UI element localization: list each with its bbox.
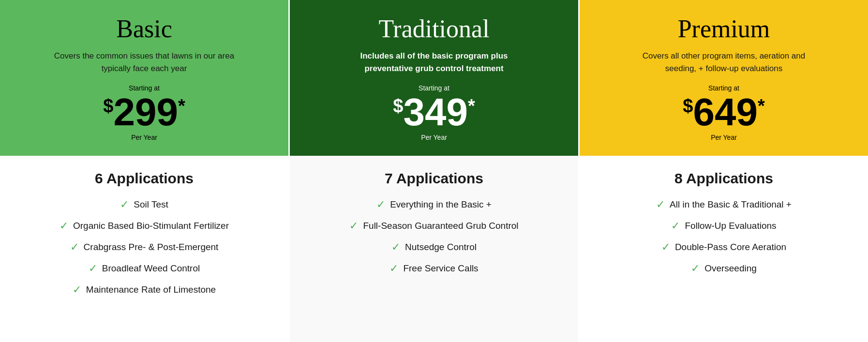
list-item: ✓Organic Based Bio-Stimulant Fertilizer	[38, 220, 251, 232]
list-item: ✓Free Service Calls	[328, 262, 540, 275]
feature-list-traditional: ✓Everything in the Basic +✓Full-Season G…	[328, 198, 540, 283]
plan-column-traditional: TraditionalIncludes all of the basic pro…	[290, 0, 580, 342]
feature-text: Soil Test	[134, 199, 168, 210]
price-asterisk-traditional: *	[468, 97, 475, 115]
price-dollar-premium: $	[683, 97, 693, 115]
applications-count-premium: 8 Applications	[674, 170, 773, 187]
price-asterisk-premium: *	[758, 97, 765, 115]
applications-count-basic: 6 Applications	[95, 170, 194, 187]
check-icon: ✓	[691, 262, 700, 275]
plan-column-premium: PremiumCovers all other program items, a…	[580, 0, 868, 342]
plan-description-premium: Covers all other program items, aeration…	[632, 50, 816, 74]
plan-title-basic: Basic	[116, 15, 172, 43]
check-icon: ✓	[60, 220, 68, 232]
feature-text: Broadleaf Weed Control	[102, 263, 200, 274]
check-icon: ✓	[70, 241, 79, 253]
plan-header-premium: PremiumCovers all other program items, a…	[580, 0, 868, 156]
list-item: ✓All in the Basic & Traditional +	[617, 198, 830, 211]
feature-text: Double-Pass Core Aeration	[675, 242, 786, 253]
plan-header-traditional: TraditionalIncludes all of the basic pro…	[290, 0, 578, 156]
list-item: ✓Crabgrass Pre- & Post-Emergent	[38, 241, 251, 253]
pricing-container: BasicCovers the common issues that lawns…	[0, 0, 868, 342]
per-year-traditional: Per Year	[421, 134, 447, 141]
plan-title-traditional: Traditional	[378, 15, 489, 43]
feature-text: Follow-Up Evaluations	[685, 221, 776, 231]
feature-text: Full-Season Guaranteed Grub Control	[363, 221, 518, 231]
per-year-basic: Per Year	[131, 134, 157, 141]
check-icon: ✓	[661, 241, 670, 253]
feature-text: Crabgrass Pre- & Post-Emergent	[84, 242, 219, 253]
check-icon: ✓	[349, 220, 358, 232]
list-item: ✓Broadleaf Weed Control	[38, 262, 251, 275]
check-icon: ✓	[73, 283, 81, 296]
plan-features-traditional: 7 Applications✓Everything in the Basic +…	[290, 156, 578, 342]
feature-text: All in the Basic & Traditional +	[670, 199, 792, 210]
list-item: ✓Follow-Up Evaluations	[617, 220, 830, 232]
price-dollar-basic: $	[103, 97, 113, 115]
check-icon: ✓	[376, 198, 385, 211]
price-amount-basic: 299	[113, 93, 178, 132]
plan-description-basic: Covers the common issues that lawns in o…	[52, 50, 236, 74]
plan-column-basic: BasicCovers the common issues that lawns…	[0, 0, 290, 342]
list-item: ✓Nutsedge Control	[328, 241, 540, 253]
plan-header-basic: BasicCovers the common issues that lawns…	[0, 0, 288, 156]
list-item: ✓Soil Test	[38, 198, 251, 211]
price-asterisk-basic: *	[178, 97, 185, 115]
feature-list-basic: ✓Soil Test✓Organic Based Bio-Stimulant F…	[38, 198, 251, 305]
price-wrap-traditional: $349*	[393, 93, 475, 132]
list-item: ✓Double-Pass Core Aeration	[617, 241, 830, 253]
feature-text: Organic Based Bio-Stimulant Fertilizer	[73, 221, 229, 231]
feature-text: Everything in the Basic +	[390, 199, 492, 210]
feature-text: Nutsedge Control	[405, 242, 477, 253]
check-icon: ✓	[671, 220, 680, 232]
feature-list-premium: ✓All in the Basic & Traditional +✓Follow…	[617, 198, 830, 283]
price-dollar-traditional: $	[393, 97, 403, 115]
check-icon: ✓	[389, 262, 398, 275]
list-item: ✓Overseeding	[617, 262, 830, 275]
plan-features-basic: 6 Applications✓Soil Test✓Organic Based B…	[0, 156, 288, 342]
applications-count-traditional: 7 Applications	[385, 170, 483, 187]
price-amount-traditional: 349	[403, 93, 467, 132]
plan-features-premium: 8 Applications✓All in the Basic & Tradit…	[580, 156, 868, 342]
price-amount-premium: 649	[693, 93, 757, 132]
feature-text: Free Service Calls	[403, 263, 478, 274]
plan-description-traditional: Includes all of the basic program plus p…	[342, 50, 526, 74]
plan-title-premium: Premium	[678, 15, 770, 43]
list-item: ✓Maintenance Rate of Limestone	[38, 283, 251, 296]
check-icon: ✓	[656, 198, 665, 211]
feature-text: Maintenance Rate of Limestone	[86, 284, 216, 295]
feature-text: Overseeding	[704, 263, 757, 274]
per-year-premium: Per Year	[711, 134, 737, 141]
check-icon: ✓	[391, 241, 400, 253]
list-item: ✓Everything in the Basic +	[328, 198, 540, 211]
list-item: ✓Full-Season Guaranteed Grub Control	[328, 220, 540, 232]
price-wrap-basic: $299*	[103, 93, 185, 132]
check-icon: ✓	[120, 198, 129, 211]
check-icon: ✓	[89, 262, 97, 275]
price-wrap-premium: $649*	[683, 93, 764, 132]
